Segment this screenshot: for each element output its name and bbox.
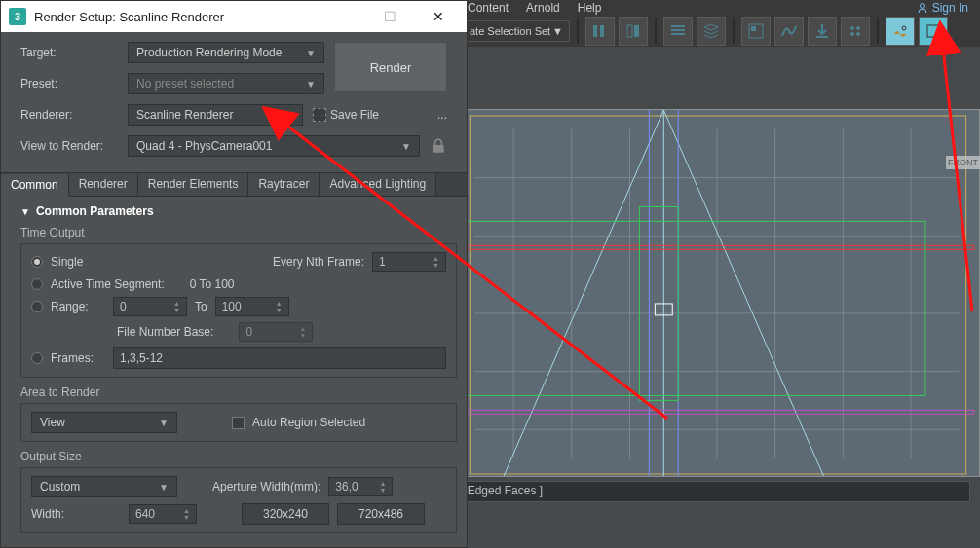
active-segment-range: 0 To 100: [190, 277, 235, 291]
every-nth-spinner[interactable]: 1▲▼: [372, 252, 446, 272]
tab-render-elements[interactable]: Render Elements: [138, 173, 249, 196]
target-dropdown[interactable]: Production Rendering Mode ▼: [128, 42, 324, 63]
width-spinner[interactable]: 640▲▼: [129, 504, 197, 524]
toolbar-separator: [577, 18, 579, 44]
output-size-dropdown[interactable]: Custom ▼: [31, 476, 177, 497]
width-label: Width:: [31, 507, 84, 521]
save-file-label: Save File: [330, 108, 379, 122]
tab-advanced-lighting[interactable]: Advanced Lighting: [320, 173, 436, 196]
viewport-perspective[interactable]: [454, 109, 980, 477]
dialog-titlebar[interactable]: 3 Render Setup: Scanline Renderer — ☐ ✕: [1, 1, 467, 32]
range-to-spinner[interactable]: 100▲▼: [215, 297, 289, 316]
menu-arnold[interactable]: Arnold: [526, 1, 560, 15]
toolbar-separator: [733, 18, 735, 44]
svg-rect-35: [433, 145, 443, 153]
render-dialog-icon[interactable]: [919, 17, 948, 46]
aperture-label: Aperture Width(mm):: [212, 480, 320, 493]
view-to-render-label: View to Render:: [20, 139, 118, 153]
tab-common[interactable]: Common: [1, 174, 69, 197]
active-segment-label: Active Time Segment:: [51, 277, 165, 291]
time-frames-radio[interactable]: [31, 352, 43, 364]
viewcube-front-label[interactable]: FRONT: [946, 156, 980, 169]
range-from-value: 0: [120, 300, 127, 313]
minimize-button[interactable]: —: [320, 3, 361, 30]
layer-stack-icon[interactable]: [697, 17, 726, 46]
layers-list-icon[interactable]: [663, 17, 693, 46]
time-single-radio[interactable]: [31, 256, 43, 268]
maximize-button: ☐: [369, 3, 410, 30]
chevron-down-icon: ▼: [401, 141, 411, 152]
output-size-value: Custom: [40, 480, 80, 493]
range-to-value: 100: [222, 300, 242, 313]
output-size-header: Output Size: [20, 450, 457, 463]
render-tabs: Common Renderer Render Elements Raytrace…: [1, 172, 467, 197]
aperture-value: 36,0: [335, 480, 358, 493]
file-number-base-value: 0: [245, 325, 252, 339]
preset-value: No preset selected: [136, 77, 234, 91]
toolbar-separator: [655, 18, 657, 44]
menu-help[interactable]: Help: [578, 1, 602, 15]
range-from-spinner[interactable]: 0▲▼: [113, 297, 187, 316]
sign-in-link[interactable]: Sign In: [917, 0, 968, 16]
area-dropdown[interactable]: View ▼: [31, 412, 177, 433]
width-value: 640: [135, 507, 155, 521]
frames-label: Frames:: [51, 351, 105, 365]
render-frame-icon[interactable]: [841, 17, 870, 46]
viewport-shading-label[interactable]: [ Edged Faces ]: [454, 481, 970, 502]
svg-point-0: [920, 4, 924, 9]
view-to-render-value: Quad 4 - PhysCamera001: [136, 139, 272, 153]
renderer-dropdown[interactable]: Scanline Renderer ▼: [128, 104, 303, 126]
auto-region-label: Auto Region Selected: [252, 416, 365, 429]
schematic-view-icon[interactable]: [741, 17, 771, 46]
menu-content[interactable]: Content: [468, 1, 509, 15]
render-setup-icon[interactable]: [886, 17, 915, 46]
time-range-radio[interactable]: [31, 301, 43, 312]
chevron-down-icon: ▼: [306, 48, 316, 58]
material-editor-icon[interactable]: [808, 17, 837, 46]
renderer-label: Renderer:: [20, 108, 118, 122]
svg-rect-1: [593, 25, 597, 37]
save-file-browse-button[interactable]: ...: [437, 108, 447, 122]
svg-rect-2: [600, 25, 604, 37]
svg-point-8: [850, 32, 854, 36]
lock-icon[interactable]: [430, 137, 447, 155]
aperture-spinner[interactable]: 36,0▲▼: [328, 477, 393, 496]
output-size-group: Custom ▼ Aperture Width(mm): 36,0▲▼ Widt…: [20, 467, 457, 533]
area-to-render-header: Area to Render: [20, 385, 457, 399]
every-nth-value: 1: [379, 255, 386, 269]
chevron-down-icon: ▼: [159, 418, 169, 428]
svg-rect-5: [751, 26, 756, 31]
mirror-tool-icon[interactable]: [619, 17, 648, 46]
svg-line-26: [663, 110, 823, 476]
renderer-value: Scanline Renderer: [136, 108, 233, 122]
target-value: Production Rendering Mode: [136, 46, 282, 59]
common-parameters-rollout[interactable]: ▼ Common Parameters: [20, 201, 457, 222]
chevron-down-icon: ▼: [284, 110, 294, 121]
range-to-label: To: [195, 300, 207, 313]
user-icon: [917, 2, 928, 14]
chevron-down-icon: ▼: [306, 79, 316, 90]
selection-set-dropdown[interactable]: ate Selection Set ▼: [463, 20, 570, 42]
preset-dropdown[interactable]: No preset selected ▼: [128, 73, 324, 94]
auto-region-checkbox[interactable]: [232, 417, 245, 429]
tab-renderer[interactable]: Renderer: [69, 173, 138, 196]
render-button[interactable]: Render: [334, 42, 447, 92]
close-button[interactable]: ✕: [418, 3, 459, 30]
selection-set-label: ate Selection Set: [470, 25, 550, 37]
save-file-checkbox[interactable]: [313, 108, 326, 122]
time-active-segment-radio[interactable]: [31, 278, 43, 290]
svg-rect-11: [927, 25, 939, 37]
align-tool-icon[interactable]: [585, 17, 615, 46]
svg-point-6: [850, 26, 854, 30]
area-value: View: [40, 416, 65, 429]
file-number-base-spinner[interactable]: 0▲▼: [239, 322, 313, 342]
svg-rect-31: [460, 221, 924, 395]
preset-720x486-button[interactable]: 720x486: [337, 503, 425, 525]
curve-editor-icon[interactable]: [774, 17, 804, 46]
tab-raytracer[interactable]: Raytracer: [248, 173, 320, 196]
preset-320x240-button[interactable]: 320x240: [242, 503, 329, 525]
view-to-render-dropdown[interactable]: Quad 4 - PhysCamera001 ▼: [128, 135, 420, 157]
file-number-base-label: File Number Base:: [117, 325, 213, 339]
frames-input[interactable]: 1,3,5-12: [113, 347, 446, 369]
every-nth-label: Every Nth Frame:: [273, 255, 364, 269]
